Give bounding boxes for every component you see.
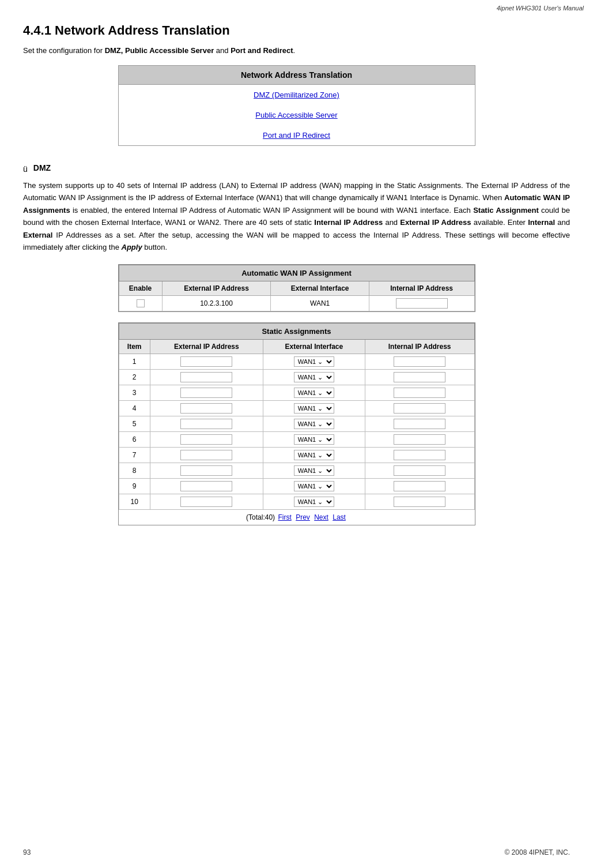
row-item-10: 10	[119, 494, 150, 509]
ext-iface-select-5[interactable]: WAN1 ⌄	[294, 419, 334, 429]
auto-wan-enable-cell[interactable]	[119, 295, 162, 311]
ext-iface-select-7[interactable]: WAN1 ⌄	[294, 450, 334, 460]
public-server-link-cell[interactable]: Public Accessible Server	[118, 105, 475, 125]
ext-ip-input-4[interactable]	[180, 403, 232, 414]
ext-ip-input-8[interactable]	[180, 465, 232, 476]
int-ip-input-2[interactable]	[394, 372, 445, 382]
int-ip-input-6[interactable]	[394, 434, 445, 445]
ext-ip-input-10[interactable]	[180, 497, 232, 507]
ext-iface-select-1[interactable]: WAN1 ⌄	[294, 356, 334, 367]
auto-wan-header: Automatic WAN IP Assignment	[119, 265, 474, 281]
row-ext-iface-1[interactable]: WAN1 ⌄	[263, 354, 365, 369]
dmz-body-text: The system supports up to 40 sets of Int…	[23, 179, 570, 254]
row-ext-ip-8[interactable]	[150, 463, 263, 478]
int-ip-input-1[interactable]	[394, 356, 445, 367]
pagination-first[interactable]: First	[278, 513, 291, 521]
row-ext-ip-5[interactable]	[150, 416, 263, 431]
pagination-last[interactable]: Last	[333, 513, 346, 521]
pagination-next[interactable]: Next	[314, 513, 328, 521]
pagination-total: (Total:40)	[246, 513, 275, 521]
row-ext-iface-10[interactable]: WAN1 ⌄	[263, 494, 365, 509]
row-ext-iface-5[interactable]: WAN1 ⌄	[263, 416, 365, 431]
int-ip-input-10[interactable]	[394, 497, 445, 507]
public-server-link[interactable]: Public Accessible Server	[255, 111, 337, 119]
int-ip-input-4[interactable]	[394, 403, 445, 414]
row-item-7: 7	[119, 447, 150, 463]
row-int-ip-2[interactable]	[365, 369, 474, 385]
port-redirect-link[interactable]: Port and IP Redirect	[263, 131, 330, 140]
row-ext-ip-1[interactable]	[150, 354, 263, 369]
row-ext-ip-10[interactable]	[150, 494, 263, 509]
ext-ip-input-5[interactable]	[180, 419, 232, 429]
ext-iface-select-3[interactable]: WAN1 ⌄	[294, 388, 334, 398]
static-col-external-ip: External IP Address	[150, 339, 263, 354]
ext-ip-input-7[interactable]	[180, 450, 232, 460]
row-ext-iface-3[interactable]: WAN1 ⌄	[263, 385, 365, 400]
ext-iface-select-2[interactable]: WAN1 ⌄	[294, 372, 334, 382]
row-int-ip-10[interactable]	[365, 494, 474, 509]
col-external-ip: External IP Address	[162, 281, 271, 295]
auto-wan-enable-checkbox[interactable]	[137, 299, 145, 307]
row-int-ip-6[interactable]	[365, 431, 474, 447]
row-item-5: 5	[119, 416, 150, 431]
row-item-2: 2	[119, 369, 150, 385]
table-row: 6 WAN1 ⌄	[119, 431, 474, 447]
row-ext-iface-9[interactable]: WAN1 ⌄	[263, 478, 365, 494]
ext-ip-input-9[interactable]	[180, 481, 232, 491]
int-ip-input-9[interactable]	[394, 481, 445, 491]
row-ext-ip-4[interactable]	[150, 400, 263, 416]
int-ip-input-7[interactable]	[394, 450, 445, 460]
int-ip-input-8[interactable]	[394, 465, 445, 476]
row-int-ip-8[interactable]	[365, 463, 474, 478]
ext-ip-input-2[interactable]	[180, 372, 232, 382]
ext-iface-select-6[interactable]: WAN1 ⌄	[294, 434, 334, 445]
page-number: 93	[23, 848, 31, 856]
row-ext-ip-3[interactable]	[150, 385, 263, 400]
ext-ip-input-6[interactable]	[180, 434, 232, 445]
ext-iface-select-10[interactable]: WAN1 ⌄	[294, 497, 334, 507]
port-redirect-link-cell[interactable]: Port and IP Redirect	[118, 125, 475, 146]
row-int-ip-1[interactable]	[365, 354, 474, 369]
row-ext-ip-6[interactable]	[150, 431, 263, 447]
pagination-prev[interactable]: Prev	[296, 513, 310, 521]
int-ip-input-5[interactable]	[394, 419, 445, 429]
auto-wan-external-interface-value: WAN1	[310, 299, 330, 307]
auto-wan-external-ip-value: 10.2.3.100	[200, 299, 233, 307]
row-ext-ip-2[interactable]	[150, 369, 263, 385]
row-ext-iface-4[interactable]: WAN1 ⌄	[263, 400, 365, 416]
row-int-ip-5[interactable]	[365, 416, 474, 431]
row-ext-iface-7[interactable]: WAN1 ⌄	[263, 447, 365, 463]
dmz-link[interactable]: DMZ (Demilitarized Zone)	[254, 91, 339, 99]
auto-wan-internal-ip-input[interactable]	[396, 298, 448, 309]
ext-iface-select-9[interactable]: WAN1 ⌄	[294, 481, 334, 491]
copyright: © 2008 4IPNET, INC.	[504, 848, 570, 856]
auto-wan-internal-ip-cell[interactable]	[369, 295, 474, 311]
row-item-8: 8	[119, 463, 150, 478]
table-row: 1 WAN1 ⌄	[119, 354, 474, 369]
row-int-ip-3[interactable]	[365, 385, 474, 400]
row-ext-iface-2[interactable]: WAN1 ⌄	[263, 369, 365, 385]
table-row: 5 WAN1 ⌄	[119, 416, 474, 431]
ext-iface-select-4[interactable]: WAN1 ⌄	[294, 403, 334, 414]
int-ip-input-3[interactable]	[394, 388, 445, 398]
static-col-internal-ip: Internal IP Address	[365, 339, 474, 354]
row-ext-iface-6[interactable]: WAN1 ⌄	[263, 431, 365, 447]
nat-navigation-table: Network Address Translation DMZ (Demilit…	[118, 65, 475, 146]
manual-title: 4ipnet WHG301 User's Manual	[497, 5, 584, 12]
row-item-6: 6	[119, 431, 150, 447]
ext-ip-input-3[interactable]	[180, 388, 232, 398]
row-ext-ip-9[interactable]	[150, 478, 263, 494]
dmz-label: DMZ	[33, 163, 51, 174]
table-row: 8 WAN1 ⌄	[119, 463, 474, 478]
ext-ip-input-1[interactable]	[180, 356, 232, 367]
ext-iface-select-8[interactable]: WAN1 ⌄	[294, 465, 334, 476]
table-row: 3 WAN1 ⌄	[119, 385, 474, 400]
col-external-interface: External Interface	[271, 281, 369, 295]
row-int-ip-7[interactable]	[365, 447, 474, 463]
table-row: 4 WAN1 ⌄	[119, 400, 474, 416]
row-ext-ip-7[interactable]	[150, 447, 263, 463]
row-int-ip-4[interactable]	[365, 400, 474, 416]
row-ext-iface-8[interactable]: WAN1 ⌄	[263, 463, 365, 478]
row-int-ip-9[interactable]	[365, 478, 474, 494]
dmz-link-cell[interactable]: DMZ (Demilitarized Zone)	[118, 85, 475, 106]
